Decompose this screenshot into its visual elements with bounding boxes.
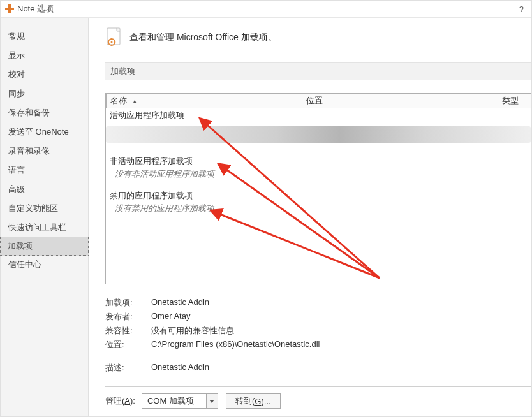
- detail-row: 加载项:Onetastic Addin: [105, 296, 531, 310]
- page-title: 查看和管理 Microsoft Office 加载项。: [129, 32, 277, 43]
- detail-row: 兼容性:没有可用的兼容性信息: [105, 324, 531, 338]
- table-header: 名称 ▲ 位置 类型: [106, 94, 531, 108]
- table-body: 活动应用程序加载项 非活动应用程序加载项 没有非活动应用程序加载项 禁用的应用程…: [106, 108, 531, 284]
- page-header: 查看和管理 Microsoft Office 加载项。: [105, 27, 531, 48]
- sidebar-item-sendto[interactable]: 发送至 OneNote: [1, 122, 88, 142]
- detail-row: 发布者:Omer Atay: [105, 310, 531, 324]
- detail-value: 没有可用的兼容性信息: [151, 325, 531, 337]
- addins-list: 名称 ▲ 位置 类型 活动应用程序加载项 非活动应用程序加载项 没有非活动应用程…: [105, 93, 531, 284]
- chevron-down-icon: [206, 394, 218, 408]
- detail-key: 描述:: [105, 362, 151, 374]
- manage-label: 管理(A):: [105, 395, 135, 407]
- detail-key: 发布者:: [105, 311, 151, 323]
- sidebar-item-trust[interactable]: 信任中心: [1, 255, 88, 274]
- group-inactive-empty: 没有非活动应用程序加载项: [106, 168, 531, 189]
- titlebar: Note 选项 ?: [1, 1, 531, 17]
- help-button[interactable]: ?: [515, 4, 528, 14]
- main-panel: 查看和管理 Microsoft Office 加载项。 加载项 名称 ▲ 位置 …: [89, 18, 531, 416]
- options-dialog: Note 选项 ? 常规显示校对同步保存和备份发送至 OneNote录音和录像语…: [0, 0, 532, 417]
- svg-rect-8: [114, 41, 115, 43]
- svg-rect-5: [111, 38, 112, 40]
- group-disabled-empty: 没有禁用的应用程序加载项: [106, 203, 531, 223]
- svg-point-4: [111, 41, 113, 43]
- detail-key: 位置:: [105, 339, 151, 351]
- table-row[interactable]: [106, 126, 531, 143]
- detail-value: C:\Program Files (x86)\Onetastic\Onetast…: [151, 339, 531, 351]
- go-button[interactable]: 转到(G)...: [226, 393, 281, 409]
- column-location[interactable]: 位置: [302, 93, 498, 108]
- section-label: 加载项: [105, 62, 531, 80]
- group-active: 活动应用程序加载项: [106, 108, 531, 122]
- manage-combo[interactable]: COM 加载项: [142, 393, 218, 409]
- detail-key: 兼容性:: [105, 325, 151, 337]
- sidebar-item-audio[interactable]: 录音和录像: [1, 142, 88, 161]
- group-disabled: 禁用的应用程序加载项: [106, 189, 531, 203]
- detail-key: 加载项:: [105, 297, 151, 309]
- window-title: Note 选项: [17, 3, 54, 15]
- detail-value: Omer Atay: [151, 311, 531, 323]
- sidebar-item-advanced[interactable]: 高级: [1, 180, 88, 199]
- sidebar-item-language[interactable]: 语言: [1, 161, 88, 180]
- sidebar-item-general[interactable]: 常规: [1, 27, 88, 46]
- svg-rect-6: [111, 45, 112, 46]
- sidebar-item-qat[interactable]: 快速访问工具栏: [1, 218, 88, 237]
- sidebar-item-save[interactable]: 保存和备份: [1, 103, 88, 122]
- manage-row: 管理(A): COM 加载项 转到(G)...: [105, 387, 531, 413]
- detail-row: 描述:Onetastic Addin: [105, 361, 531, 375]
- sort-asc-icon: ▲: [132, 98, 138, 105]
- sidebar-nav: 常规显示校对同步保存和备份发送至 OneNote录音和录像语言高级自定义功能区快…: [1, 18, 89, 416]
- svg-rect-1: [5, 8, 14, 10]
- svg-rect-7: [108, 41, 109, 43]
- column-type[interactable]: 类型: [498, 93, 531, 108]
- sidebar-item-customize[interactable]: 自定义功能区: [1, 199, 88, 218]
- app-icon: [4, 4, 15, 14]
- sidebar-item-addins[interactable]: 加载项: [0, 237, 89, 256]
- manage-combo-value: COM 加载项: [147, 395, 206, 407]
- addins-icon: [105, 27, 123, 48]
- detail-value: Onetastic Addin: [151, 362, 531, 374]
- sidebar-item-proofing[interactable]: 校对: [1, 65, 88, 84]
- sidebar-item-display[interactable]: 显示: [1, 46, 88, 65]
- detail-value: Onetastic Addin: [151, 297, 531, 309]
- group-inactive: 非活动应用程序加载项: [106, 154, 531, 168]
- detail-row: 位置:C:\Program Files (x86)\Onetastic\Onet…: [105, 338, 531, 352]
- sidebar-item-sync[interactable]: 同步: [1, 84, 88, 103]
- column-name[interactable]: 名称 ▲: [106, 93, 302, 108]
- addin-details: 加载项:Onetastic Addin发布者:Omer Atay兼容性:没有可用…: [105, 296, 531, 375]
